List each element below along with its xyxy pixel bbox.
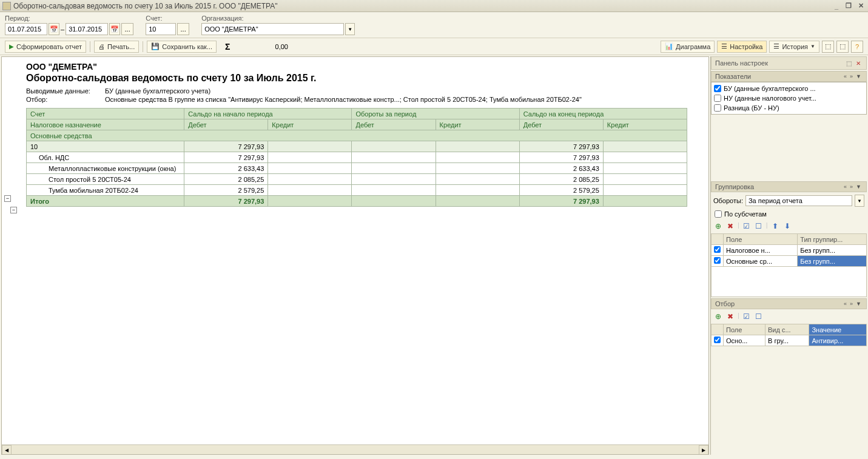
col-turnover: Обороты за период [352,109,519,119]
org-dropdown-button[interactable]: ▼ [345,23,355,35]
indicator-checkbox[interactable] [714,104,721,112]
col-debit-2: Дебет [352,119,436,130]
grouping-header[interactable]: Группировка «»▼ [711,181,867,192]
date-from-input[interactable] [5,23,47,35]
indicator-item[interactable]: Разница (БУ - НУ) [713,103,865,113]
report-org: ООО "ДЕМЕТРА" [26,62,704,72]
indicator-checkbox[interactable] [714,85,721,92]
total-d1: 7 297,93 [184,196,268,207]
col-account: Счет [27,109,184,119]
del-filter-button[interactable]: ✖ [725,312,735,321]
col-credit-2: Кредит [436,119,519,130]
col-balance-start: Сальдо на начало периода [184,109,352,119]
report-title: Оборотно-сальдовая ведомость по счету 10… [26,73,704,84]
del-group-button[interactable]: ✖ [725,221,735,231]
toolbar: ▶ Сформировать отчет 🖨 Печать... 💾 Сохра… [0,38,868,55]
check-all-button[interactable]: ☑ [742,221,752,231]
chevron-down-icon: ▼ [810,44,815,49]
save-icon: 💾 [151,42,160,50]
col-balance-end: Сальдо на конец периода [519,109,687,119]
grouping-table: Поле Тип группир... Налоговое н... Без г… [711,233,867,267]
indicators-header[interactable]: Показатели «»▼ [711,71,867,82]
table-row[interactable]: Металлопластиковые конструкции (окна) 2 … [27,163,687,174]
by-subaccounts-checkbox[interactable] [715,210,722,218]
org-input[interactable] [201,23,344,35]
move-up-button[interactable]: ⬆ [770,221,780,231]
app-icon [2,2,11,10]
total-c3 [603,196,687,207]
grouping-row[interactable]: Основные ср... Без групп... [712,256,867,267]
scroll-right-button[interactable]: ▶ [699,445,708,455]
help-button[interactable]: ? [851,41,863,53]
scroll-track[interactable] [12,445,699,454]
panel-close-button[interactable]: ✕ [854,59,863,67]
col-tax-purpose: Налоговое назначение [27,119,184,130]
account-input[interactable] [146,23,176,35]
close-button[interactable]: ✕ [856,2,866,10]
col-credit-1: Кредит [268,119,352,130]
indicator-item[interactable]: НУ (данные налогового учет... [713,93,865,103]
minimize-button[interactable]: _ [832,2,841,10]
section-main-assets: Основные средства [27,130,687,141]
col-debit-3: Дебет [519,119,603,130]
indicator-item[interactable]: БУ (данные бухгалтерского ... [713,84,865,93]
col-credit-3: Кредит [603,119,687,130]
filter-row[interactable]: Осно... В гру... Антивир... [712,335,867,346]
calendar-to-button[interactable]: 📅 [109,23,120,35]
turnover-dropdown[interactable]: ▼ [855,195,864,207]
indicator-checkbox[interactable] [714,95,721,102]
save-as-button[interactable]: 💾 Сохранить как... [147,41,217,53]
tree-toggle-1[interactable]: − [4,195,11,202]
form-report-button[interactable]: ▶ Сформировать отчет [5,41,86,53]
period-label: Период: [5,15,133,22]
grouping-row[interactable]: Налоговое н... Без групп... [712,245,867,256]
table-row[interactable]: 10 7 297,93 7 297,93 [27,141,687,152]
turnover-select[interactable] [745,195,852,206]
sum-value: 0,00 [275,43,288,50]
calendar-from-button[interactable]: 📅 [49,23,59,35]
maximize-button[interactable]: ❐ [844,2,853,10]
account-select-button[interactable]: ... [177,23,189,35]
titlebar: Оборотно-сальдовая ведомость по счету 10… [0,0,868,12]
filter-check-all-button[interactable]: ☑ [742,312,752,321]
panel-header: Панель настроек ⬚ ✕ [711,56,867,70]
chart-icon: 📊 [665,42,673,50]
total-label: Итого [27,196,184,207]
scroll-left-button[interactable]: ◀ [2,445,12,455]
history-icon: ☰ [773,42,779,50]
indicators-list: БУ (данные бухгалтерского ...НУ (данные … [711,82,867,115]
play-icon: ▶ [9,43,14,50]
filter-value: Основные средства В группе из списка "Ан… [105,96,704,103]
report-area: − − ООО "ДЕМЕТРА" Оборотно-сальдовая вед… [1,56,709,455]
table-row[interactable]: Тумба мобильная 20ТБ02-24 2 579,25 2 579… [27,185,687,196]
tool-btn-2[interactable]: ⬚ [836,41,849,53]
window-title: Оборотно-сальдовая ведомость по счету 10… [13,2,832,10]
add-group-button[interactable]: ⊕ [713,221,723,231]
add-filter-button[interactable]: ⊕ [713,312,723,321]
move-down-button[interactable]: ⬇ [782,221,792,231]
col-debit-1: Дебет [184,119,268,130]
history-button[interactable]: ☰ История ▼ [769,41,819,53]
table-row[interactable]: Стол простой 5 20СТ05-24 2 085,25 2 085,… [27,174,687,185]
print-button[interactable]: 🖨 Печать... [94,41,139,53]
period-select-button[interactable]: ... [121,23,133,35]
diagram-button[interactable]: 📊 Диаграмма [661,41,715,53]
panel-config-button[interactable]: ⬚ [844,59,853,67]
date-to-input[interactable] [66,23,108,35]
tool-btn-1[interactable]: ⬚ [822,41,834,53]
org-label: Организация: [201,15,355,22]
settings-button[interactable]: ☰ Настройка [717,41,767,53]
uncheck-all-button[interactable]: ☐ [754,221,764,231]
output-value: БУ (данные бухгалтерского учета) [105,87,704,95]
filter-uncheck-all-button[interactable]: ☐ [754,312,764,321]
filter-table: Поле Вид с... Значение Осно... В гру... … [711,324,867,346]
tree-toggle-2[interactable]: − [10,207,17,213]
report-table: Счет Сальдо на начало периода Обороты за… [26,108,687,207]
output-label: Выводимые данные: [26,87,105,95]
filter-label: Отбор: [26,96,105,103]
total-c1 [268,196,352,207]
table-row[interactable]: Обл. НДС 7 297,93 7 297,93 [27,152,687,163]
sigma-icon: Σ [225,42,230,52]
filter-header[interactable]: Отбор «»▼ [711,298,867,309]
account-label: Счет: [146,15,189,22]
